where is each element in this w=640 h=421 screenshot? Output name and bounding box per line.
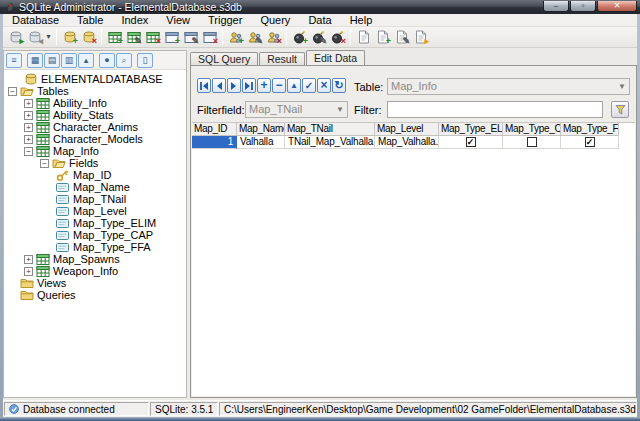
menu-table[interactable]: Table — [68, 14, 112, 27]
filter-input[interactable] — [387, 101, 603, 118]
database-info-button[interactable]: ▯ — [137, 53, 153, 68]
toggle-tree-button[interactable]: ≡ — [6, 53, 22, 68]
drop-trigger-button[interactable]: × — [328, 28, 347, 46]
save-query-button[interactable]: ✎ — [392, 28, 411, 46]
column-header-map_id[interactable]: Map_ID — [192, 123, 237, 136]
menu-query[interactable]: Query — [251, 14, 299, 27]
tree-item-weapon_info[interactable]: +Weapon_Info — [4, 265, 186, 277]
cancel-edit-button[interactable]: × — [317, 78, 331, 93]
prior-record-button[interactable] — [212, 78, 226, 93]
database-tree[interactable]: ELEMENTALDATABASE−Tables+Ability_Info+Ab… — [4, 70, 186, 301]
tree-item-ability_info[interactable]: +Ability_Info — [4, 97, 186, 109]
execute-query-button[interactable]: ▸ — [411, 28, 430, 46]
refresh-button[interactable]: ↻ — [332, 78, 346, 93]
expand-icon[interactable]: + — [24, 123, 33, 132]
tree-item-views[interactable]: Views — [4, 277, 186, 289]
tab-edit-data[interactable]: Edit Data — [306, 50, 365, 65]
titlebar[interactable]: SQLite Administrator - ElementalDatabase… — [0, 0, 640, 14]
column-header-map_level[interactable]: Map_Level — [375, 123, 439, 136]
connect-database-button[interactable]: ▸ — [6, 28, 25, 46]
tree-item-ability_stats[interactable]: +Ability_Stats — [4, 109, 186, 121]
tab-result[interactable]: Result — [259, 52, 305, 65]
next-record-button[interactable] — [227, 78, 241, 93]
minimize-button[interactable]: – — [543, 1, 569, 12]
tree-item-map_level[interactable]: Map_Level — [4, 205, 186, 217]
close-button[interactable]: ✕ — [597, 1, 637, 12]
menu-help[interactable]: Help — [341, 14, 382, 27]
cell-map_name[interactable]: Valhalla — [237, 136, 285, 149]
tree-item-map_info[interactable]: −Map_Info — [4, 145, 186, 157]
tree-item-queries[interactable]: Queries — [4, 289, 186, 301]
tree-item-character_anims[interactable]: +Character_Anims — [4, 121, 186, 133]
edit-record-button[interactable]: ▲ — [287, 78, 301, 93]
tree-item-map_id[interactable]: Map_ID — [4, 169, 186, 181]
tree-item-character_models[interactable]: +Character_Models — [4, 133, 186, 145]
menu-data[interactable]: Data — [299, 14, 340, 27]
menu-trigger[interactable]: Trigger — [199, 14, 251, 27]
tree-item-map_spawns[interactable]: +Map_Spawns — [4, 253, 186, 265]
tab-sql-query[interactable]: SQL Query — [190, 52, 258, 65]
edit-table-button[interactable]: ✎ — [124, 28, 143, 46]
selected-cell[interactable]: 1 — [192, 136, 237, 149]
delete-record-button[interactable]: − — [272, 78, 286, 93]
show-triggers-button[interactable]: ● — [99, 53, 115, 68]
expand-icon[interactable]: + — [24, 111, 33, 120]
open-query-button[interactable]: + — [373, 28, 392, 46]
create-view-button[interactable]: + — [162, 28, 181, 46]
edit-view-button[interactable]: ✎ — [181, 28, 200, 46]
collapse-icon[interactable]: − — [8, 87, 17, 96]
show-fields-button[interactable]: ▴ — [78, 53, 94, 68]
tree-item-map_tnail[interactable]: Map_TNail — [4, 193, 186, 205]
filterfield-select[interactable]: Map_TNail ▼ — [245, 101, 348, 118]
create-table-button[interactable]: + — [105, 28, 124, 46]
cell-map_type_cap[interactable] — [503, 136, 561, 149]
cell-map_level[interactable]: Map_Valhalla.sbx — [375, 136, 439, 149]
create-trigger-button[interactable]: + — [290, 28, 309, 46]
tree-item-map_name[interactable]: Map_Name — [4, 181, 186, 193]
tree-item-tables[interactable]: −Tables — [4, 85, 186, 97]
expand-icon[interactable]: + — [24, 135, 33, 144]
column-header-map_tnail[interactable]: Map_TNail — [285, 123, 375, 136]
expand-icon[interactable]: + — [24, 255, 33, 264]
edit-index-button[interactable]: ✎ — [245, 28, 264, 46]
cell-map_type_ffa[interactable]: ✓ — [561, 136, 619, 149]
column-header-map_name[interactable]: Map_Name — [237, 123, 285, 136]
expand-icon[interactable]: + — [24, 99, 33, 108]
checkbox-checked[interactable]: ✓ — [466, 137, 476, 147]
tree-item-elementaldatabase[interactable]: ELEMENTALDATABASE — [4, 73, 186, 85]
first-record-button[interactable] — [197, 78, 211, 93]
tree-item-map_type_ffa[interactable]: Map_Type_FFA — [4, 241, 186, 253]
create-index-button[interactable]: + — [226, 28, 245, 46]
data-grid[interactable]: Map_IDMap_NameMap_TNailMap_LevelMap_Type… — [192, 122, 635, 396]
disconnect-database-button[interactable]: ◂ — [25, 28, 44, 46]
new-query-button[interactable] — [354, 28, 373, 46]
collapse-icon[interactable]: − — [40, 159, 49, 168]
show-views-button[interactable]: ▤ — [44, 53, 60, 68]
recent-databases-caret[interactable]: ▾ — [44, 28, 53, 46]
expand-icon[interactable]: + — [24, 267, 33, 276]
tree-item-fields[interactable]: −Fields — [4, 157, 186, 169]
show-tables-button[interactable]: ▦ — [27, 53, 43, 68]
column-header-map_type_ffa[interactable]: Map_Type_FFA — [561, 123, 619, 136]
drop-table-button[interactable]: × — [143, 28, 162, 46]
tree-item-map_type_elim[interactable]: Map_Type_ELIM — [4, 217, 186, 229]
menu-database[interactable]: Database — [3, 14, 68, 27]
drop-index-button[interactable]: × — [264, 28, 283, 46]
cell-map_tnail[interactable]: TNail_Map_Valhalla.dds — [285, 136, 375, 149]
menu-view[interactable]: View — [157, 14, 199, 27]
maximize-button[interactable]: ▫ — [570, 1, 596, 12]
menu-index[interactable]: Index — [112, 14, 157, 27]
apply-filter-button[interactable] — [611, 101, 629, 118]
last-record-button[interactable] — [242, 78, 256, 93]
create-database-button[interactable]: + — [60, 28, 79, 46]
close-database-button[interactable]: × — [79, 28, 98, 46]
column-header-map_type_elim[interactable]: Map_Type_ELIM — [439, 123, 503, 136]
drop-view-button[interactable]: × — [200, 28, 219, 46]
insert-record-button[interactable]: + — [257, 78, 271, 93]
search-button[interactable]: ⌕ — [116, 53, 132, 68]
cell-map_type_elim[interactable]: ✓ — [439, 136, 503, 149]
table-select[interactable]: Map_Info ▼ — [387, 78, 630, 95]
post-edit-button[interactable]: ✓ — [302, 78, 316, 93]
tree-item-map_type_cap[interactable]: Map_Type_CAP — [4, 229, 186, 241]
column-header-map_type_cap[interactable]: Map_Type_CAP — [503, 123, 561, 136]
